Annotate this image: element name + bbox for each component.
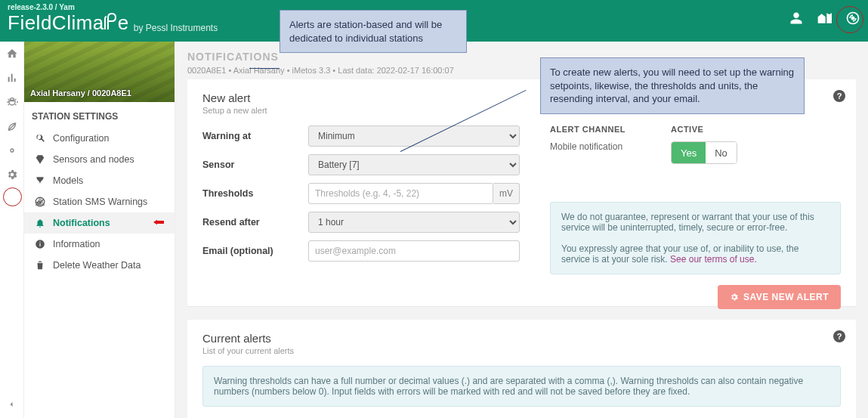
sidebar-item-label: Models [53,175,83,186]
channel-value: Mobile notification [550,141,626,152]
user-icon[interactable] [789,11,803,28]
sidebar-item-label: Sensors and nodes [53,154,134,165]
label-warning: Warning at [202,131,308,141]
sidebar-item-label: Station SMS Warnings [53,197,147,207]
terms-link[interactable]: See our terms of use. [670,254,757,265]
svg-rect-4 [39,242,40,243]
sidebar-item-label: Information [53,239,100,249]
callout-2: To create new alerts, you will need to s… [540,57,805,114]
annotation-arrow-icon [153,217,164,230]
current-title: Current alerts [202,332,841,345]
sidebar-item-label: Configuration [53,133,109,144]
sidebar-item-sensors[interactable]: Sensors and nodes [24,149,175,170]
disclaimer-box: We do not guarantee, represent or warran… [550,202,841,274]
label-sensor: Sensor [202,159,308,170]
rail-leaf-icon[interactable] [5,119,20,134]
leaf-icon [103,11,118,36]
help-icon[interactable]: ? [833,90,845,102]
farm-icon[interactable] [817,11,832,28]
active-label: ACTIVE [671,125,737,134]
rail-bug-icon[interactable] [5,94,20,110]
select-sensor[interactable]: Battery [7] [308,154,520,175]
sidebar-item-models[interactable]: Models [24,170,175,191]
sidebar-item-sms[interactable]: Station SMS Warnings [24,191,175,212]
station-banner[interactable]: Axial Harsany / 0020A8E1 [24,42,175,102]
annotation-circle-rail [3,187,22,206]
new-alert-right: ALERT CHANNEL Mobile notification ACTIVE… [550,125,841,164]
label-resend: Resend after [202,217,308,228]
rail-gear-icon[interactable] [5,167,20,182]
icon-rail [0,42,24,418]
rail-collapse-icon[interactable] [7,398,16,412]
brand-byline: by Pessl Instruments [134,23,218,33]
leader-line [249,68,280,69]
sidebar-item-information[interactable]: Information [24,234,175,255]
callout-1: Alerts are station-based and will be ded… [280,10,467,53]
sidebar-item-notifications[interactable]: Notifications [24,212,175,234]
disclaimer-2: You expressly agree that your use of, or… [561,243,829,265]
input-email[interactable] [308,240,520,262]
sidebar-item-delete[interactable]: Delete Weather Data [24,255,175,276]
sidebar: Axial Harsany / 0020A8E1 STATION SETTING… [24,42,175,418]
brand-logo: FieldClimae [8,11,129,36]
channel-label: ALERT CHANNEL [550,125,626,134]
brand-part-b: Clima [52,11,104,34]
current-info-box: Warning thresholds can have a full numbe… [202,366,841,407]
brand-part-c: e [118,11,129,34]
sidebar-item-label: Notifications [53,218,110,228]
current-alerts-card: ? Current alerts List of your current al… [187,320,856,418]
save-button[interactable]: SAVE NEW ALERT [718,285,841,309]
label-email: Email (optional) [202,246,308,256]
svg-rect-3 [39,243,40,246]
annotation-circle-top [836,6,863,33]
sidebar-item-label: Delete Weather Data [53,260,141,271]
toggle-no[interactable]: No [706,142,737,163]
sidebar-header: STATION SETTINGS [24,102,175,128]
save-button-label: SAVE NEW ALERT [743,292,829,302]
thresholds-unit: mV [493,183,520,204]
rail-link-icon[interactable] [5,143,20,158]
select-resend[interactable]: 1 hour [308,212,520,233]
help-icon[interactable]: ? [833,330,845,342]
sidebar-list: Configuration Sensors and nodes Models S… [24,128,175,276]
input-thresholds[interactable] [308,183,493,204]
station-label: Axial Harsany / 0020A8E1 [30,88,131,98]
brand-part-a: Field [8,11,52,34]
sidebar-item-configuration[interactable]: Configuration [24,128,175,149]
label-thresholds: Thresholds [202,188,308,199]
rail-chart-icon[interactable] [5,70,20,85]
toggle-yes[interactable]: Yes [672,142,706,163]
disclaimer-1: We do not guarantee, represent or warran… [561,212,829,233]
active-toggle[interactable]: Yes No [671,141,737,164]
rail-home-icon[interactable] [5,46,20,61]
current-sub: List of your current alerts [202,346,841,355]
